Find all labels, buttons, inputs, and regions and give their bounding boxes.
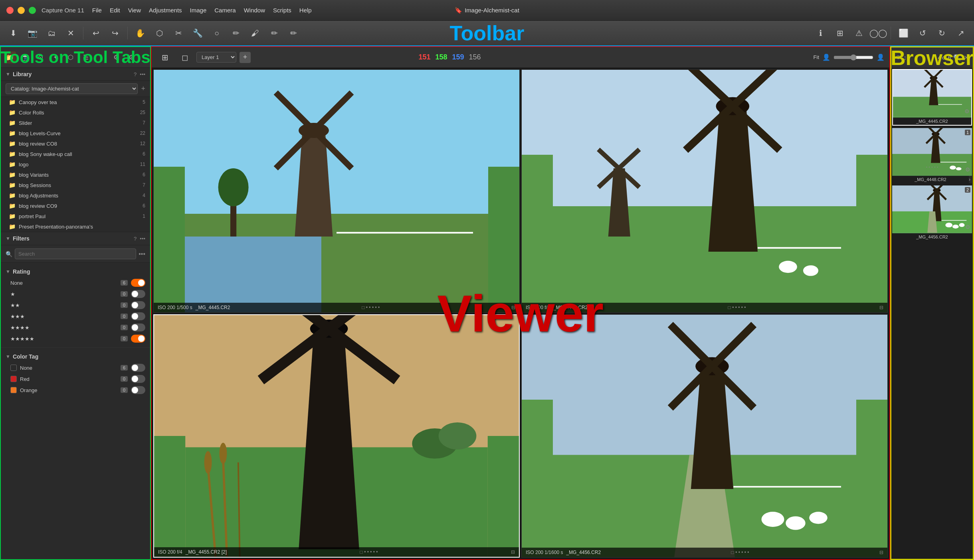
viewer-image-1[interactable]: ISO 200 1/500 s _MG_4445.CR2 □ • • • • •… — [153, 69, 520, 313]
color-orange-toggle[interactable] — [131, 386, 145, 394]
add-layer-button[interactable]: + — [240, 52, 251, 63]
tab-settings-icon[interactable]: ⚙ — [110, 51, 122, 63]
zoom-slider[interactable] — [833, 54, 873, 61]
close-button[interactable] — [6, 7, 14, 14]
rating-1star-toggle[interactable] — [131, 290, 145, 298]
list-item[interactable]: 📁 Color Rolls 25 — [1, 107, 150, 118]
tab-library-icon[interactable]: 📁 — [4, 51, 16, 63]
eraser-button[interactable]: ✏ — [266, 25, 283, 41]
menu-window[interactable]: Window — [244, 7, 265, 14]
menu-file[interactable]: File — [92, 7, 102, 14]
catalog-add-button[interactable]: + — [141, 85, 145, 93]
menu-adjustments[interactable]: Adjustments — [149, 7, 182, 14]
minimize-button[interactable] — [18, 7, 25, 14]
pen-button[interactable]: ✏ — [285, 25, 302, 41]
close-icon[interactable]: ✕ — [62, 25, 79, 41]
import-button[interactable]: ⬇ — [5, 25, 22, 41]
library-menu-icon[interactable]: ••• — [140, 71, 145, 77]
rating-none-toggle[interactable] — [131, 279, 145, 287]
lasso-button[interactable]: ○ — [208, 25, 225, 41]
thumb-gear-icon-3[interactable]: ⚙ — [965, 224, 970, 230]
color-tag-header[interactable]: ▼ Color Tag — [1, 351, 150, 362]
folder-button[interactable]: 🗂 — [43, 25, 60, 41]
list-item[interactable]: 📁 blog Variants 6 — [1, 170, 150, 180]
thumb-expand-2[interactable]: › — [969, 177, 972, 182]
browser-thumbnail-2[interactable]: _MG_4448.CR2 › 1 ⚙ • • • • • — [892, 128, 972, 183]
list-item[interactable]: 📁 blog review CO8 12 — [1, 138, 150, 149]
list-item[interactable]: 📁 portret Paul 1 — [1, 211, 150, 221]
list-item[interactable]: 📁 blog review CO9 6 — [1, 201, 150, 211]
grid-button[interactable]: ⊞ — [831, 25, 848, 41]
filters-help-icon[interactable]: ? — [134, 236, 137, 242]
viewer-image-2[interactable]: ISO 200 f/4 _MG_4448.CR2 [2] □ • • • • •… — [521, 69, 888, 313]
viewer-grid-icon[interactable]: ⊞ — [156, 49, 173, 66]
img-expand-icon-3[interactable]: ⊟ — [511, 549, 515, 555]
catalog-selector[interactable]: Catalog: Image-Alchemist-cat — [6, 83, 138, 94]
browser-thumbnail-3[interactable]: _MG_4456.CR2 2 ⚙ — [892, 185, 972, 241]
list-item[interactable]: 📁 blog Sony wake-up call 6 — [1, 149, 150, 159]
list-item[interactable]: 📁 Canopy over tea 5 — [1, 97, 150, 107]
undo-button[interactable]: ↩ — [87, 25, 104, 41]
browser-more-icon[interactable]: ✕ — [964, 54, 969, 61]
list-item[interactable]: 📁 blog Adjustments 4 — [1, 190, 150, 201]
transform-button[interactable]: 🔧 — [189, 25, 206, 41]
brush-button[interactable]: 🖌 — [247, 25, 263, 41]
crop-button[interactable]: ⬡ — [151, 25, 168, 41]
library-section-header[interactable]: ▼ Library ? ••• — [1, 68, 150, 81]
tab-info-icon[interactable]: ℹ — [95, 51, 107, 63]
tab-layers-icon[interactable]: ⬡ — [65, 51, 77, 63]
camera-button[interactable]: 📷 — [24, 25, 41, 41]
menu-scripts[interactable]: Scripts — [273, 7, 291, 14]
rating-3star-toggle[interactable] — [131, 312, 145, 320]
refresh-button[interactable]: ↺ — [914, 25, 931, 41]
warning-button[interactable]: ⚠ — [851, 25, 867, 41]
menu-help[interactable]: Help — [299, 7, 312, 14]
export-button[interactable]: ↗ — [952, 25, 969, 41]
rating-5star-toggle[interactable] — [131, 335, 145, 343]
straighten-button[interactable]: ✂ — [170, 25, 187, 41]
color-none-toggle[interactable] — [131, 364, 145, 372]
maximize-button[interactable] — [29, 7, 36, 14]
tab-gear-icon[interactable]: ⚙ — [125, 51, 137, 63]
list-item[interactable]: 📁 Preset Presentation-panorama's — [1, 221, 150, 232]
list-item[interactable]: 📁 Slider 7 — [1, 118, 150, 128]
search-input[interactable] — [15, 248, 136, 259]
info-button[interactable]: ℹ — [812, 25, 829, 41]
tab-camera-icon[interactable]: 📷 — [19, 51, 31, 63]
img-expand-icon-1[interactable]: ⊟ — [511, 305, 515, 310]
compare-button[interactable]: ⬜ — [895, 25, 912, 41]
viewer-image-4[interactable]: ISO 200 1/1600 s _MG_4456.CR2 □ • • • • … — [521, 314, 888, 558]
color-red-toggle[interactable] — [131, 375, 145, 383]
rating-header[interactable]: ▼ Rating — [1, 266, 150, 277]
spot-button[interactable]: ✏ — [228, 25, 244, 41]
rating-4star-toggle[interactable] — [131, 323, 145, 331]
cursor-button[interactable]: ✋ — [132, 25, 148, 41]
menu-image[interactable]: Image — [190, 7, 207, 14]
browser-search-icon[interactable]: 🔍 — [953, 54, 961, 61]
viewer-image-3[interactable]: ISO 200 f/4 _MG_4455.CR2 [2] □ • • • • •… — [153, 314, 520, 558]
browser-eye-icon[interactable]: 👁 — [895, 54, 902, 61]
tab-list-icon[interactable]: ☰ — [80, 51, 92, 63]
img-expand-icon-2[interactable]: ⊟ — [879, 305, 883, 310]
redo-button[interactable]: ↪ — [107, 25, 123, 41]
tab-circle-icon[interactable]: ⊙ — [34, 51, 46, 63]
focus-button[interactable]: ◯◯ — [870, 25, 887, 41]
layer-selector[interactable]: Layer 1 — [196, 52, 236, 63]
browser-thumbnail-1[interactable]: _MG_4445.CR2 ⚙ — [892, 69, 972, 126]
list-item[interactable]: 📁 logo 11 — [1, 159, 150, 170]
filters-header[interactable]: ▼ Filters ? ••• — [1, 232, 150, 245]
tab-star-icon[interactable]: ✦ — [49, 51, 61, 63]
img-expand-icon-4[interactable]: ⊟ — [879, 550, 883, 555]
menu-view[interactable]: View — [128, 7, 141, 14]
browser-sort-icon[interactable]: ↕ — [903, 54, 907, 61]
search-options-icon[interactable]: ••• — [139, 250, 145, 258]
list-item[interactable]: 📁 blog Levels-Curve 22 — [1, 128, 150, 138]
list-item[interactable]: 📁 blog Sessions 7 — [1, 180, 150, 190]
rating-2star-toggle[interactable] — [131, 301, 145, 309]
sync-button[interactable]: ↻ — [933, 25, 950, 41]
menu-camera[interactable]: Camera — [214, 7, 236, 14]
thumb-gear-icon-1[interactable]: ⚙ — [964, 108, 970, 114]
viewer-view-icon[interactable]: ◻ — [176, 49, 193, 66]
library-help-icon[interactable]: ? — [134, 71, 137, 77]
menu-edit[interactable]: Edit — [110, 7, 120, 14]
